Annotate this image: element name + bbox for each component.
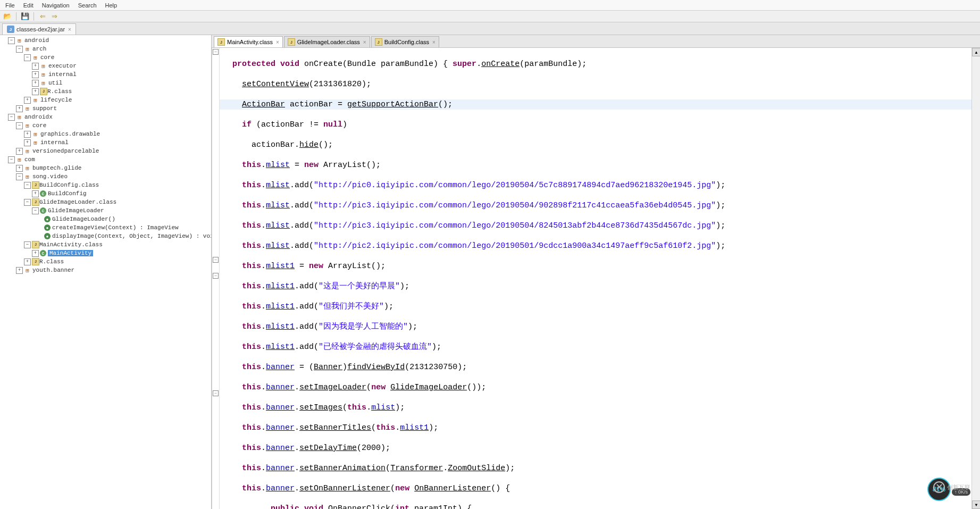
- main-split: −⊞android −⊞arch −⊞core +⊞executor +⊞int…: [0, 35, 980, 509]
- close-icon[interactable]: ×: [363, 39, 366, 45]
- close-icon[interactable]: ×: [432, 39, 435, 45]
- tree-item-selected[interactable]: MainActivity: [48, 250, 93, 256]
- expand-toggle[interactable]: −: [24, 182, 31, 189]
- tree-item[interactable]: support: [32, 105, 57, 112]
- tree-item[interactable]: GlideImageLoader(): [52, 216, 115, 222]
- tree-item[interactable]: versionedparcelable: [32, 148, 99, 154]
- tree-item[interactable]: androidx: [24, 114, 53, 120]
- menu-navigation[interactable]: Navigation: [39, 1, 73, 10]
- jar-tab[interactable]: J classes-dex2jar.jar ×: [2, 23, 76, 35]
- tree-item[interactable]: util: [48, 80, 62, 86]
- tree-item[interactable]: com: [24, 156, 35, 163]
- expand-toggle[interactable]: +: [16, 165, 23, 172]
- class-file-icon: J: [32, 241, 39, 248]
- menu-help[interactable]: Help: [102, 1, 121, 10]
- back-icon[interactable]: ⇐: [38, 12, 47, 21]
- tree-item[interactable]: bumptech.glide: [32, 165, 81, 171]
- logo-icon: ✕: [933, 481, 945, 493]
- tree-item[interactable]: core: [40, 54, 54, 61]
- expand-toggle[interactable]: +: [24, 97, 31, 104]
- tree-item[interactable]: R.class: [39, 258, 64, 265]
- expand-toggle[interactable]: +: [16, 267, 23, 274]
- jar-tab-label: classes-dex2jar.jar: [16, 26, 65, 32]
- expand-toggle[interactable]: −: [24, 241, 31, 248]
- menu-edit[interactable]: Edit: [20, 1, 37, 10]
- expand-toggle[interactable]: −: [32, 207, 39, 214]
- tree-item[interactable]: youth.banner: [32, 267, 74, 273]
- expand-toggle[interactable]: +: [16, 148, 23, 155]
- tree-item[interactable]: internal: [40, 139, 69, 146]
- fold-icon[interactable]: −: [213, 390, 219, 396]
- toolbar: 📂 💾 ⇐ ⇒: [0, 11, 980, 22]
- expand-toggle[interactable]: −: [8, 37, 15, 44]
- fold-gutter[interactable]: − − − −: [212, 48, 220, 509]
- package-icon: ⊞: [24, 105, 31, 112]
- tree-item[interactable]: createImageView(Context) : ImageView: [52, 224, 179, 231]
- tree-item[interactable]: graphics.drawable: [40, 131, 100, 137]
- forward-icon[interactable]: ⇒: [50, 12, 58, 21]
- menu-search[interactable]: Search: [75, 1, 100, 10]
- expand-toggle[interactable]: −: [8, 156, 15, 163]
- class-icon: C: [40, 190, 46, 197]
- expand-toggle[interactable]: +: [32, 71, 39, 78]
- package-icon: ⊞: [40, 63, 47, 70]
- tree-item[interactable]: GlideImageLoader.class: [39, 199, 116, 205]
- expand-toggle[interactable]: −: [8, 114, 15, 121]
- expand-toggle[interactable]: −: [16, 173, 23, 180]
- package-icon: ⊞: [24, 173, 31, 180]
- expand-toggle[interactable]: +: [24, 258, 31, 265]
- expand-toggle[interactable]: −: [16, 46, 23, 53]
- tree-item[interactable]: internal: [48, 71, 77, 78]
- save-icon[interactable]: 💾: [21, 12, 29, 21]
- expand-toggle[interactable]: +: [32, 190, 39, 197]
- vertical-scrollbar[interactable]: ▲ ▼: [971, 48, 980, 509]
- package-icon: ⊞: [32, 139, 39, 146]
- expand-toggle[interactable]: −: [24, 54, 31, 61]
- expand-toggle[interactable]: +: [16, 105, 23, 112]
- tree-item[interactable]: lifecycle: [40, 97, 72, 103]
- expand-toggle[interactable]: +: [24, 139, 31, 146]
- fold-icon[interactable]: −: [213, 49, 219, 55]
- class-file-icon: J: [288, 38, 295, 46]
- tree-item[interactable]: core: [32, 122, 46, 129]
- expand-toggle[interactable]: +: [24, 131, 31, 138]
- tree-item[interactable]: android: [24, 37, 49, 44]
- expand-toggle[interactable]: +: [32, 250, 39, 257]
- fold-icon[interactable]: −: [213, 273, 219, 279]
- editor-tab-label: GlideImageLoader.class: [297, 39, 360, 45]
- fold-icon[interactable]: −: [213, 257, 219, 263]
- method-icon: ●: [44, 224, 51, 231]
- code-content[interactable]: protected void onCreate(Bundle paramBund…: [220, 48, 971, 509]
- jar-tab-bar: J classes-dex2jar.jar ×: [0, 22, 980, 35]
- package-tree[interactable]: −⊞android −⊞arch −⊞core +⊞executor +⊞int…: [0, 35, 212, 509]
- editor-tab-buildconfig[interactable]: JBuildConfig.class×: [371, 36, 439, 47]
- open-icon[interactable]: 📂: [3, 12, 12, 21]
- close-icon[interactable]: ×: [276, 39, 279, 45]
- expand-toggle[interactable]: +: [32, 88, 39, 95]
- tree-item[interactable]: BuildConfig: [48, 190, 87, 197]
- editor-tab-mainactivity[interactable]: JMainActivity.class×: [214, 36, 283, 47]
- tree-item[interactable]: BuildConfig.class: [39, 182, 99, 188]
- logo-text: 创新互联: [947, 483, 970, 491]
- expand-toggle[interactable]: −: [16, 122, 23, 129]
- expand-toggle[interactable]: −: [24, 199, 31, 206]
- code-area[interactable]: − − − − protected void onCreate(Bundle p…: [212, 48, 980, 509]
- expand-toggle[interactable]: +: [32, 80, 39, 87]
- expand-toggle[interactable]: +: [32, 63, 39, 70]
- close-icon[interactable]: ×: [68, 27, 71, 32]
- tree-item[interactable]: MainActivity.class: [39, 241, 103, 248]
- scroll-up-icon[interactable]: ▲: [972, 48, 980, 56]
- editor-tab-glideimageloader[interactable]: JGlideImageLoader.class×: [284, 36, 370, 47]
- tree-item[interactable]: displayImage(Context, Object, ImageView)…: [52, 233, 212, 239]
- tree-item[interactable]: GlideImageLoader: [48, 207, 104, 214]
- menu-file[interactable]: File: [2, 1, 18, 10]
- package-icon: ⊞: [16, 114, 23, 121]
- package-icon: ⊞: [24, 165, 31, 172]
- scroll-down-icon[interactable]: ▼: [972, 500, 980, 509]
- tree-item[interactable]: song.video: [32, 173, 68, 180]
- tree-item[interactable]: R.class: [47, 88, 72, 95]
- class-file-icon: J: [32, 181, 39, 189]
- menubar: File Edit Navigation Search Help: [0, 0, 980, 11]
- tree-item[interactable]: executor: [48, 63, 77, 69]
- tree-item[interactable]: arch: [32, 46, 46, 52]
